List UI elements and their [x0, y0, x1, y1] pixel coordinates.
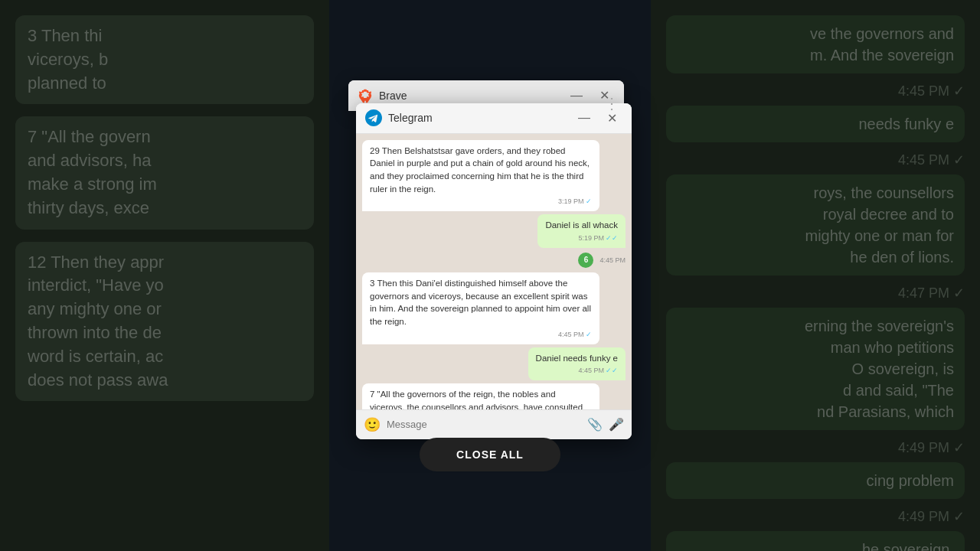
- modal-overlay: ⋮ Brave — ✕: [0, 0, 980, 551]
- message-input[interactable]: [387, 419, 581, 430]
- msg-sent-2: Daniel needs funky e 4:45 PM✓✓: [528, 347, 626, 381]
- msg-received-3: 7 "All the governors of the reign, the n…: [362, 383, 599, 409]
- mic-button[interactable]: 🎤: [609, 417, 624, 432]
- telegram-icon: [365, 109, 382, 126]
- close-all-button[interactable]: CLOSE ALL: [420, 438, 560, 471]
- msg-sent-1: Daniel is all whack 5:19 PM✓✓: [537, 214, 626, 248]
- telegram-title-text: Telegram: [388, 112, 433, 124]
- msg-received-1: 29 Then Belshatstsar gave orders, and th…: [362, 140, 599, 212]
- telegram-minimize-btn[interactable]: —: [573, 107, 595, 129]
- brave-title-text: Brave: [379, 90, 407, 102]
- chat-area: 29 Then Belshatstsar gave orders, and th…: [356, 134, 632, 409]
- msg-received-2: 3 Then this Dani'el distinguished himsel…: [362, 272, 599, 344]
- telegram-window: Telegram — ✕ 29 Then Belshatstsar gave o…: [356, 103, 632, 439]
- attach-button[interactable]: 📎: [587, 417, 603, 432]
- telegram-titlebar: Telegram — ✕: [356, 103, 632, 134]
- three-dot-menu[interactable]: ⋮: [604, 94, 619, 112]
- emoji-button[interactable]: 🙂: [364, 416, 381, 433]
- message-input-area: 🙂 📎 🎤: [356, 409, 632, 439]
- brave-icon: [358, 88, 373, 103]
- unread-badge: 6: [578, 253, 593, 268]
